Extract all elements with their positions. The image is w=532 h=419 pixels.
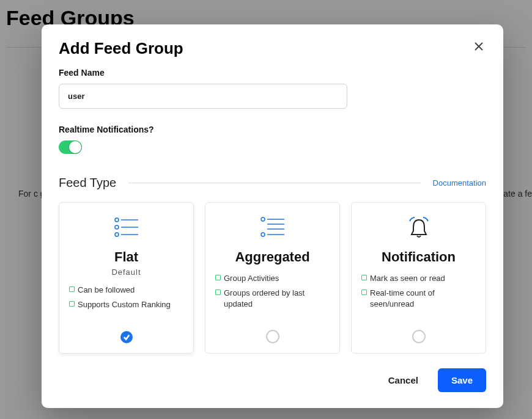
notification-icon: [406, 215, 432, 239]
feed-type-card-flat[interactable]: Flat Default Can be followed Supports Cu…: [59, 202, 194, 354]
radio-unselected[interactable]: [412, 330, 426, 343]
feature-item: Mark as seen or read: [361, 271, 476, 286]
feed-name-label: Feed Name: [59, 68, 486, 78]
cancel-button[interactable]: Cancel: [375, 368, 432, 392]
feed-type-heading: Feed Type: [59, 176, 116, 190]
svg-point-4: [115, 233, 119, 236]
flat-icon: [114, 215, 139, 239]
aggregated-icon: [260, 215, 286, 239]
feed-type-card-notification[interactable]: Notification Mark as seen or read Real-t…: [351, 202, 486, 354]
close-button[interactable]: [471, 39, 486, 56]
svg-point-0: [115, 218, 119, 222]
save-button[interactable]: Save: [438, 368, 486, 392]
documentation-link[interactable]: Documentation: [433, 178, 486, 188]
card-title: Aggregated: [235, 249, 309, 265]
feed-type-card-aggregated[interactable]: Aggregated Group Activities Groups order…: [205, 202, 340, 354]
divider: [128, 183, 420, 183]
feature-item: Can be followed: [69, 283, 183, 297]
svg-point-6: [261, 217, 265, 221]
modal-title: Add Feed Group: [59, 39, 183, 58]
card-title: Notification: [382, 249, 456, 265]
toggle-knob: [69, 141, 81, 153]
svg-point-10: [261, 233, 265, 236]
feature-item: Group Activities: [215, 271, 330, 286]
feature-item: Supports Custom Ranking: [69, 297, 183, 312]
selected-check-icon: [120, 331, 133, 343]
feature-item: Groups ordered by last updated: [215, 286, 330, 312]
close-icon: [474, 44, 484, 53]
svg-point-2: [115, 225, 119, 229]
card-title: Flat: [114, 249, 138, 265]
realtime-label: Realtime Notifications?: [59, 125, 486, 134]
radio-unselected[interactable]: [266, 330, 279, 343]
feed-name-input[interactable]: [59, 84, 347, 109]
feature-item: Real-time count of seen/unread: [361, 286, 476, 312]
realtime-toggle[interactable]: [59, 140, 82, 154]
card-subtitle: Default: [111, 268, 141, 277]
add-feed-group-modal: Add Feed Group Feed Name Realtime Notifi…: [42, 24, 503, 408]
